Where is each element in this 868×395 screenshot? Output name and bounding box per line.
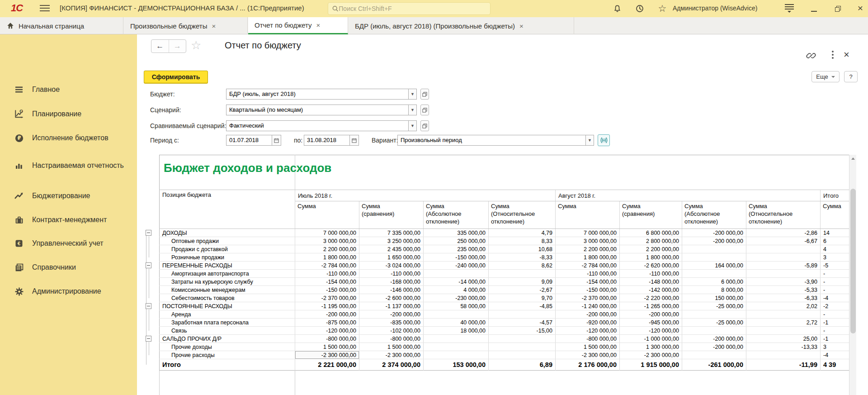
scenario-field[interactable]: Квартальный (по месяцам) ▼: [226, 105, 417, 115]
cell[interactable]: 4 39: [821, 359, 849, 371]
cell[interactable]: -2 600 000,00: [359, 294, 424, 302]
cell[interactable]: -150 000,00: [295, 286, 359, 294]
cell[interactable]: -4,85: [489, 302, 556, 310]
row-label[interactable]: Затраты на курьерскую службу: [160, 278, 295, 286]
compare-scenario-field[interactable]: Фактический ▼: [226, 120, 417, 131]
budget-dropdown-icon[interactable]: ▼: [409, 89, 417, 100]
cell[interactable]: -120 000,00: [295, 327, 359, 335]
cell[interactable]: -120 000,00: [620, 327, 682, 335]
cell[interactable]: -2 300 000,00: [359, 351, 424, 359]
cell[interactable]: [489, 270, 556, 278]
forward-button[interactable]: →: [169, 40, 186, 52]
sidebar-item-management-accounting[interactable]: € Управленческий учет: [0, 234, 137, 252]
cell[interactable]: -2,86: [746, 229, 821, 237]
scroll-up-icon[interactable]: [849, 155, 857, 162]
window-minimize-button[interactable]: [808, 4, 820, 14]
sidebar-item-contract-management[interactable]: Контракт-менеджмент: [0, 211, 137, 229]
col-header[interactable]: Сумма: [556, 201, 620, 229]
tab-budget-report[interactable]: Отчет по бюджету ×: [248, 17, 348, 34]
cell[interactable]: [682, 253, 746, 262]
variant-field[interactable]: Произвольный период ▼: [397, 135, 594, 146]
cell[interactable]: 2 435 000,00: [359, 245, 424, 253]
cell[interactable]: -200 000,00: [295, 310, 359, 319]
cell[interactable]: -200 000,00: [682, 343, 746, 351]
cell[interactable]: [746, 253, 821, 262]
generate-button[interactable]: Сформировать: [144, 71, 208, 83]
cell[interactable]: [682, 270, 746, 278]
total-row-label[interactable]: Итого: [160, 359, 295, 371]
cell[interactable]: -25 000,00: [682, 302, 746, 310]
cell[interactable]: [746, 270, 821, 278]
cell[interactable]: -148 000,00: [620, 278, 682, 286]
cell[interactable]: 1 500 000,00: [556, 343, 620, 351]
row-label[interactable]: Себестоимость товаров: [160, 294, 295, 302]
cell[interactable]: -5: [821, 262, 849, 270]
cell[interactable]: -200 000,00: [359, 310, 424, 319]
cell[interactable]: -1 000 000,00: [620, 335, 682, 343]
cell[interactable]: -8,33: [489, 253, 556, 262]
row-label[interactable]: Прочие доходы: [160, 343, 295, 351]
cell[interactable]: 1 500 000,00: [295, 343, 359, 351]
cell[interactable]: -2 300 000,00: [295, 351, 359, 359]
back-button[interactable]: ←: [151, 40, 169, 52]
history-icon[interactable]: [634, 3, 646, 14]
cell[interactable]: 2 800 000,00: [620, 237, 682, 245]
cell[interactable]: 8 000,00: [682, 286, 746, 294]
period-from-field[interactable]: 01.07.2018: [226, 135, 281, 146]
collapse-toggle-icon[interactable]: [146, 262, 151, 268]
cell[interactable]: -6,67: [746, 237, 821, 245]
cell[interactable]: -: [821, 310, 849, 319]
collapse-toggle-icon[interactable]: [146, 336, 151, 342]
row-label[interactable]: САЛЬДО ПРОЧИХ Д/Р: [160, 335, 295, 343]
tab-close-icon[interactable]: ×: [519, 22, 524, 30]
cell[interactable]: 164 000,00: [682, 262, 746, 270]
cell[interactable]: 4,79: [489, 229, 556, 237]
cell[interactable]: 7 335 000,00: [359, 229, 424, 237]
cell[interactable]: -25 000,00: [682, 319, 746, 327]
cell[interactable]: 1 500 000,00: [359, 343, 424, 351]
cell[interactable]: -835 000,00: [359, 319, 424, 327]
tab-bdr-document[interactable]: БДР (июль, август 2018) (Произвольные бю…: [349, 17, 574, 34]
cell[interactable]: -168 000,00: [359, 278, 424, 286]
cell[interactable]: 7 000 000,00: [295, 229, 359, 237]
compare-open-button[interactable]: [420, 120, 429, 131]
cell[interactable]: -1: [821, 319, 849, 327]
cell[interactable]: 1 915 000,00: [620, 359, 682, 371]
cell[interactable]: [489, 351, 556, 359]
cell[interactable]: -4,57: [489, 319, 556, 327]
cell[interactable]: 25,00: [746, 335, 821, 343]
calendar-icon[interactable]: [272, 135, 281, 146]
sidebar-item-administration[interactable]: Администрирование: [0, 282, 137, 300]
cell[interactable]: 8,62: [489, 262, 556, 270]
cell[interactable]: -2 300 000,00: [620, 351, 682, 359]
cell[interactable]: -200 000,00: [620, 310, 682, 319]
main-menu-icon[interactable]: [40, 5, 50, 12]
scenario-open-button[interactable]: [420, 105, 429, 115]
global-search[interactable]: [328, 2, 491, 15]
cell[interactable]: -2 784 000,00: [295, 262, 359, 270]
row-label[interactable]: Продажи с доставкой: [160, 245, 295, 253]
row-label[interactable]: Связь: [160, 327, 295, 335]
sidebar-item-budgeting[interactable]: Бюджетирование: [0, 187, 137, 205]
cell[interactable]: -2 220 000,00: [620, 294, 682, 302]
cell[interactable]: -110 000,00: [359, 270, 424, 278]
cell[interactable]: -: [821, 270, 849, 278]
period-from-value[interactable]: 01.07.2018: [226, 135, 272, 146]
cell[interactable]: -2 784 000,00: [556, 262, 620, 270]
sidebar-item-catalogs[interactable]: Справочники: [0, 258, 137, 276]
cell[interactable]: -800 000,00: [359, 335, 424, 343]
cell[interactable]: -1 137 000,00: [359, 302, 424, 310]
cell[interactable]: 2 221 000,00: [295, 359, 359, 371]
cell[interactable]: 1 800 000,00: [295, 253, 359, 262]
cell[interactable]: -1 265 000,00: [620, 302, 682, 310]
collapse-toggle-icon[interactable]: [146, 303, 151, 309]
cell[interactable]: 1 800 000,00: [620, 253, 682, 262]
cell[interactable]: [489, 310, 556, 319]
cell[interactable]: 6 800 000,00: [620, 229, 682, 237]
cell[interactable]: -: [821, 327, 849, 335]
notifications-bell-icon[interactable]: [611, 3, 623, 14]
row-label[interactable]: Аренда: [160, 310, 295, 319]
cell[interactable]: -200 000,00: [682, 229, 746, 237]
cell[interactable]: -154 000,00: [295, 278, 359, 286]
cell[interactable]: -1 240 000,00: [556, 302, 620, 310]
